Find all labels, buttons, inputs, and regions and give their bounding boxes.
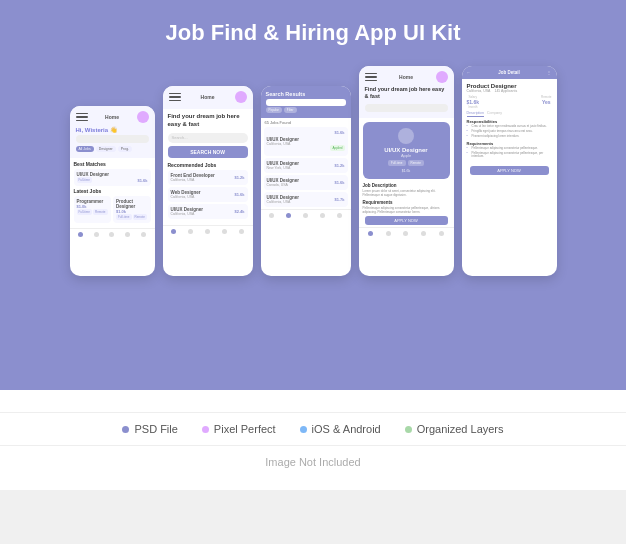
list-item[interactable]: UI/UX Designer California, USA $1.7k bbox=[264, 192, 348, 207]
detail-location: California, USA bbox=[467, 89, 491, 93]
job-desc-title: Job Description bbox=[363, 183, 450, 188]
bottom-nav-2 bbox=[163, 225, 253, 237]
feature-pixel-label: Pixel Perfect bbox=[214, 423, 276, 435]
tab-description[interactable]: Description bbox=[467, 111, 485, 117]
jobs-found-count: 65 Jobs Found bbox=[265, 120, 347, 125]
feature-ios: iOS & Android bbox=[300, 423, 381, 435]
feature-layers: Organized Layers bbox=[405, 423, 504, 435]
req-item: Pellentesque adipiscing consectetur pell… bbox=[467, 152, 552, 160]
phone2-title: Home bbox=[201, 94, 215, 100]
list-item[interactable]: Front End Developer California, USA $1.2… bbox=[168, 170, 248, 185]
dot-purple bbox=[122, 426, 129, 433]
phone-3: Search Results Popular Filter 65 Jobs Fo… bbox=[261, 86, 351, 276]
menu-icon bbox=[76, 113, 88, 121]
list-item[interactable]: UI/UX Designer California, USA $1.6k App… bbox=[264, 127, 348, 156]
latest-jobs-label: Latest Jobs bbox=[74, 188, 151, 194]
tab-programmer[interactable]: Prog. bbox=[118, 146, 132, 152]
avatar-4 bbox=[436, 71, 448, 83]
phone-4: Home Find your dream job here easy & fas… bbox=[359, 66, 454, 276]
filter-popular[interactable]: Popular bbox=[266, 107, 282, 113]
list-item[interactable]: UI/UX Designer New York, USA $1.2k bbox=[264, 158, 348, 173]
recommended-label: Recommended Jobs bbox=[168, 162, 248, 168]
bottom-nav-3 bbox=[261, 209, 351, 221]
feature-layers-label: Organized Layers bbox=[417, 423, 504, 435]
features-row: PSD File Pixel Perfect iOS & Android Org… bbox=[122, 423, 503, 435]
tab-designer[interactable]: Designer bbox=[96, 146, 116, 152]
requirements-text: Pellentesque adipiscing consectetur pell… bbox=[363, 206, 450, 214]
resp-item: Praesent adipiscing lorem interdum. bbox=[467, 135, 552, 139]
bottom-nav bbox=[70, 228, 155, 240]
phone4-headline: Find your dream job here easy & fast bbox=[365, 86, 448, 100]
search-bar[interactable] bbox=[76, 135, 149, 143]
phone-2: Home Find your dream job here easy & fas… bbox=[163, 86, 253, 276]
phone-1: Home Hi, Wisteria 👋 All Jobs Designer Pr… bbox=[70, 106, 155, 276]
divider bbox=[0, 412, 626, 413]
avatar-2 bbox=[235, 91, 247, 103]
tab-all-jobs[interactable]: All Jobs bbox=[76, 146, 94, 152]
detail-screen-title: Job Detail bbox=[498, 70, 520, 75]
req-item: Pellentesque adipiscing consectetur pell… bbox=[467, 147, 552, 151]
list-item[interactable]: UI/UX Designer California, USA $2.4k bbox=[168, 204, 248, 219]
menu-icon-2 bbox=[169, 93, 181, 101]
list-item[interactable]: UI/UX Designer Full-time $1.6k bbox=[74, 169, 151, 186]
best-matches-label: Best Matches bbox=[74, 161, 151, 167]
dot-blue bbox=[300, 426, 307, 433]
greeting: Hi, Wisteria 👋 bbox=[76, 126, 149, 133]
search-input[interactable] bbox=[266, 99, 346, 106]
company-logo bbox=[398, 128, 414, 144]
phone1-title: Home bbox=[105, 114, 119, 120]
phones-row: Home Hi, Wisteria 👋 All Jobs Designer Pr… bbox=[70, 66, 557, 276]
page-title: Job Find & Hiring App UI Kit bbox=[166, 20, 461, 46]
bottom-section: PSD File Pixel Perfect iOS & Android Org… bbox=[0, 390, 626, 490]
filter-chip[interactable]: Filter bbox=[284, 107, 297, 113]
apply-button-5[interactable]: APPLY NOW bbox=[470, 166, 549, 175]
phone4-title: Home bbox=[399, 74, 413, 80]
bottom-nav-4 bbox=[359, 227, 454, 239]
requirements-title: Requirements bbox=[363, 200, 450, 205]
job-desc-text: Lorem ipsum dolor sit amet, consectetur … bbox=[363, 189, 450, 197]
dream-headline: Find your dream job here easy & fast bbox=[168, 113, 248, 129]
feature-psd: PSD File bbox=[122, 423, 177, 435]
footer-note: Image Not Included bbox=[265, 456, 360, 468]
avatar bbox=[137, 111, 149, 123]
search-bar-4[interactable] bbox=[365, 104, 448, 112]
feature-psd-label: PSD File bbox=[134, 423, 177, 435]
tab-company[interactable]: Company bbox=[487, 111, 502, 117]
feature-pixel: Pixel Perfect bbox=[202, 423, 276, 435]
top-section: Job Find & Hiring App UI Kit Home Hi, Wi… bbox=[0, 0, 626, 390]
menu-icon-4 bbox=[365, 73, 377, 81]
requirements-title-5: Requirements bbox=[467, 141, 552, 146]
list-item[interactable]: UI/UX Designer Canada, USA $1.6k bbox=[264, 175, 348, 190]
app-wrapper: Job Find & Hiring App UI Kit Home Hi, Wi… bbox=[0, 0, 626, 490]
divider-2 bbox=[0, 445, 626, 446]
feature-ios-label: iOS & Android bbox=[312, 423, 381, 435]
search-results-title: Search Results bbox=[266, 91, 346, 97]
list-item[interactable]: Web Designer California, USA $1.6k bbox=[168, 187, 248, 202]
dot-green bbox=[405, 426, 412, 433]
dot-pink bbox=[202, 426, 209, 433]
featured-card: UI/UX Designer Apple Full-time Remote $1… bbox=[363, 122, 450, 179]
phone-5: ← Job Detail ⋮ Product Designer Californ… bbox=[462, 66, 557, 276]
list-item[interactable]: Programmer $1.0k Full-time Remote bbox=[74, 196, 112, 223]
apply-button-4[interactable]: APPLY NOW bbox=[365, 216, 448, 225]
detail-applicants: 145 Applicants bbox=[494, 89, 517, 93]
featured-company: Apple bbox=[369, 153, 444, 158]
search-big[interactable]: Search... bbox=[168, 133, 248, 143]
search-button[interactable]: SEARCH NOW bbox=[168, 146, 248, 158]
phone1-tabs: All Jobs Designer Prog. bbox=[76, 146, 149, 152]
list-item[interactable]: Product Designer $1.0k Full-time Remote bbox=[113, 196, 151, 223]
